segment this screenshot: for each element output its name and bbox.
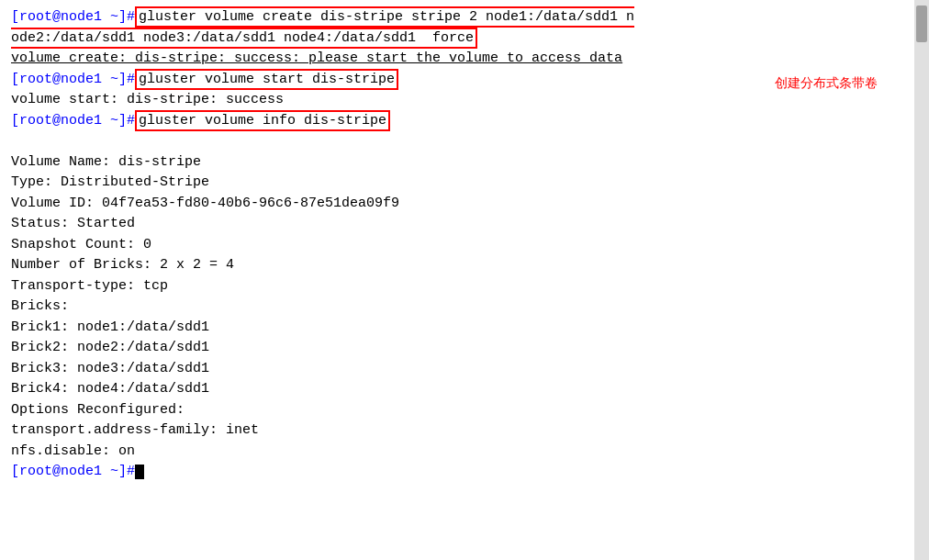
line-20: transport.address-family: inet: [11, 420, 903, 442]
prompt-last: [root@node1 ~]#: [11, 464, 135, 479]
line-13: Transport-type: tcp: [11, 276, 903, 297]
output-bricks-label: Bricks:: [11, 297, 903, 318]
line-14: Bricks:: [11, 297, 903, 318]
command-line-1: [root@node1 ~]#gluster volume create dis…: [11, 7, 903, 49]
cursor: [135, 465, 144, 479]
line-12: Number of Bricks: 2 x 2 = 4: [11, 255, 903, 276]
command-box-5: gluster volume info dis-stripe: [135, 110, 390, 131]
annotation-label: 创建分布式条带卷: [775, 73, 878, 93]
output-nfs: nfs.disable: on: [11, 442, 903, 463]
output-bricks-count: Number of Bricks: 2 x 2 = 4: [11, 255, 903, 276]
line-15: Brick1: node1:/data/sdd1: [11, 318, 903, 339]
output-brick3: Brick3: node3:/data/sdd1: [11, 359, 903, 380]
output-options: Options Reconfigured:: [11, 400, 903, 421]
command-line-5: [root@node1 ~]#gluster volume info dis-s…: [11, 111, 903, 132]
output-transport: Transport-type: tcp: [11, 276, 903, 297]
output-line-2: volume create: dis-stripe: success: plea…: [11, 49, 903, 70]
blank-line: [11, 131, 903, 152]
output-type: Type: Distributed-Stripe: [11, 173, 903, 194]
output-snapshot: Snapshot Count: 0: [11, 235, 903, 256]
output-brick4: Brick4: node4:/data/sdd1: [11, 379, 903, 400]
line-11: Snapshot Count: 0: [11, 235, 903, 256]
output-volume-name: Volume Name: dis-stripe: [11, 152, 903, 174]
line-9: Volume ID: 04f7ea53-fd80-40b6-96c6-87e51…: [11, 194, 903, 215]
line-7: Volume Name: dis-stripe: [11, 152, 903, 174]
line-16: Brick2: node2:/data/sdd1: [11, 338, 903, 359]
line-21: nfs.disable: on: [11, 442, 903, 463]
last-prompt-line: [root@node1 ~]#: [11, 462, 903, 483]
scrollbar[interactable]: [914, 0, 929, 560]
line-22: [root@node1 ~]#: [11, 462, 903, 483]
line-3: [root@node1 ~]#gluster volume start dis-…: [11, 70, 903, 91]
line-10: Status: Started: [11, 214, 903, 235]
output-status: Status: Started: [11, 214, 903, 235]
command-box-3: gluster volume start dis-stripe: [135, 69, 398, 90]
line-1: [root@node1 ~]#gluster volume create dis…: [11, 7, 903, 49]
line-4: volume start: dis-stripe: success: [11, 90, 903, 111]
line-17: Brick3: node3:/data/sdd1: [11, 359, 903, 380]
line-18: Brick4: node4:/data/sdd1: [11, 379, 903, 400]
output-brick2: Brick2: node2:/data/sdd1: [11, 338, 903, 359]
line-2: volume create: dis-stripe: success: plea…: [11, 49, 903, 70]
prompt-5: [root@node1 ~]#: [11, 113, 135, 129]
command-line-3: [root@node1 ~]#gluster volume start dis-…: [11, 70, 903, 91]
line-19: Options Reconfigured:: [11, 400, 903, 421]
line-8: Type: Distributed-Stripe: [11, 173, 903, 194]
output-transport-family: transport.address-family: inet: [11, 420, 903, 442]
line-blank: [11, 131, 903, 152]
line-5: [root@node1 ~]#gluster volume info dis-s…: [11, 111, 903, 132]
output-brick1: Brick1: node1:/data/sdd1: [11, 318, 903, 339]
output-line-4: volume start: dis-stripe: success: [11, 90, 903, 111]
output-volume-id: Volume ID: 04f7ea53-fd80-40b6-96c6-87e51…: [11, 194, 903, 215]
scrollbar-thumb[interactable]: [916, 6, 927, 42]
prompt-1: [root@node1 ~]#: [11, 9, 135, 25]
prompt-3: [root@node1 ~]#: [11, 72, 135, 87]
terminal: [root@node1 ~]#gluster volume create dis…: [0, 0, 914, 560]
